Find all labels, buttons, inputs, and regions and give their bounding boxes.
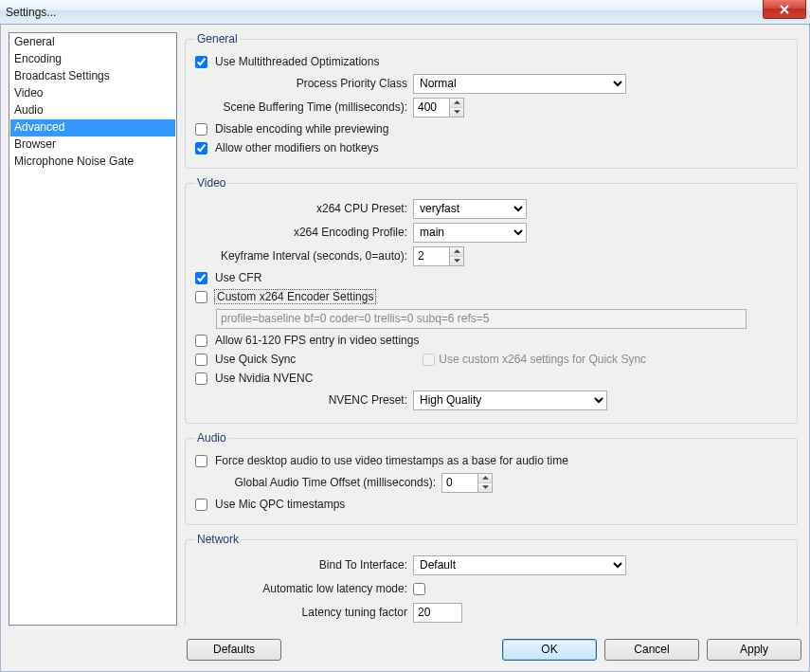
qpc-checkbox[interactable] xyxy=(195,499,207,511)
qsv-custom-checkbox xyxy=(423,354,435,366)
qpc-label[interactable]: Use Mic QPC timestamps xyxy=(215,498,345,511)
buffer-spin-up[interactable] xyxy=(450,99,463,108)
nvenc-checkbox[interactable] xyxy=(195,372,207,385)
offset-spin-up[interactable] xyxy=(478,474,492,483)
custom-x264-checkbox[interactable] xyxy=(195,291,207,303)
custom-x264-input xyxy=(216,309,747,329)
svg-marker-3 xyxy=(454,259,460,263)
group-network: Network Bind To Interface: Default Autom… xyxy=(185,533,798,626)
bind-label: Bind To Interface: xyxy=(195,558,413,572)
sidebar-item-encoding[interactable]: Encoding xyxy=(10,51,175,68)
svg-marker-2 xyxy=(454,249,460,253)
ok-button[interactable]: OK xyxy=(502,639,597,661)
cfr-checkbox[interactable] xyxy=(195,272,207,284)
lowlat-label: Automatic low latency mode: xyxy=(195,582,413,595)
window-title: Settings... xyxy=(6,6,56,19)
buffer-spin-down[interactable] xyxy=(450,108,463,117)
buffer-spinner[interactable] xyxy=(413,98,464,118)
svg-marker-4 xyxy=(482,476,489,480)
keyframe-spin-down[interactable] xyxy=(450,257,463,265)
keyframe-spinner[interactable] xyxy=(413,246,464,266)
sidebar-item-browser[interactable]: Browser xyxy=(10,136,175,154)
group-audio-legend: Audio xyxy=(195,431,228,445)
settings-pane: General Use Multithreaded Optimizations … xyxy=(185,32,801,626)
group-video: Video x264 CPU Preset: veryfast x264 Enc… xyxy=(185,176,798,424)
qsv-checkbox[interactable] xyxy=(195,354,207,366)
tuning-input[interactable] xyxy=(413,603,462,623)
keyframe-label: Keyframe Interval (seconds, 0=auto): xyxy=(195,249,413,263)
buffer-label: Scene Buffering Time (milliseconds): xyxy=(195,100,413,114)
priority-select[interactable]: Normal xyxy=(413,74,626,94)
profile-label: x264 Encoding Profile: xyxy=(195,226,413,239)
group-video-legend: Video xyxy=(195,176,227,190)
allow-modifiers-checkbox[interactable] xyxy=(195,142,207,154)
allow-modifiers-label[interactable]: Allow other modifiers on hotkeys xyxy=(215,141,379,154)
dialog-buttons: Defaults OK Cancel Apply xyxy=(9,635,801,663)
keyframe-spin-up[interactable] xyxy=(450,247,463,257)
multithread-label[interactable]: Use Multithreaded Optimizations xyxy=(215,55,379,68)
titlebar: Settings... xyxy=(0,0,810,25)
settings-category-list[interactable]: General Encoding Broadcast Settings Vide… xyxy=(9,32,177,626)
force-ts-label[interactable]: Force desktop audio to use video timesta… xyxy=(215,454,568,467)
cfr-label[interactable]: Use CFR xyxy=(215,271,261,284)
close-button[interactable] xyxy=(763,0,806,19)
priority-label: Process Priority Class xyxy=(195,77,413,90)
custom-x264-label[interactable]: Custom x264 Encoder Settings xyxy=(215,290,375,303)
bind-select[interactable]: Default xyxy=(413,555,626,575)
keyframe-input[interactable] xyxy=(413,246,449,266)
defaults-button[interactable]: Defaults xyxy=(187,639,281,661)
sidebar-item-micnoisegate[interactable]: Microphone Noise Gate xyxy=(10,154,175,171)
lowlat-checkbox[interactable] xyxy=(413,583,425,595)
disable-preview-checkbox[interactable] xyxy=(195,123,207,136)
qsv-custom-label: Use custom x264 settings for Quick Sync xyxy=(439,353,646,366)
sidebar-item-general[interactable]: General xyxy=(10,34,175,51)
cpu-preset-label: x264 CPU Preset: xyxy=(195,202,413,215)
force-ts-checkbox[interactable] xyxy=(195,455,207,467)
svg-marker-1 xyxy=(454,110,460,114)
profile-select[interactable]: main xyxy=(413,223,527,243)
sidebar-item-advanced[interactable]: Advanced xyxy=(10,119,175,136)
disable-preview-label[interactable]: Disable encoding while previewing xyxy=(215,122,388,136)
tuning-label: Latency tuning factor xyxy=(195,606,413,619)
nvenc-preset-label: NVENC Preset: xyxy=(195,393,413,407)
allow120-checkbox[interactable] xyxy=(195,335,207,347)
close-icon xyxy=(780,5,789,14)
cancel-button[interactable]: Cancel xyxy=(604,639,699,661)
group-network-legend: Network xyxy=(195,533,241,546)
offset-label: Global Audio Time Offset (milliseconds): xyxy=(195,476,441,489)
cpu-preset-select[interactable]: veryfast xyxy=(413,199,527,219)
sidebar-item-video[interactable]: Video xyxy=(10,85,175,102)
group-general: General Use Multithreaded Optimizations … xyxy=(185,32,798,169)
nvenc-preset-select[interactable]: High Quality xyxy=(413,390,607,410)
group-general-legend: General xyxy=(195,32,240,45)
qsv-label[interactable]: Use Quick Sync xyxy=(215,353,296,366)
allow120-label[interactable]: Allow 61-120 FPS entry in video settings xyxy=(215,334,419,347)
group-audio: Audio Force desktop audio to use video t… xyxy=(185,431,798,525)
svg-marker-5 xyxy=(482,485,489,489)
offset-input[interactable] xyxy=(441,473,477,493)
buffer-input[interactable] xyxy=(413,98,449,118)
apply-button[interactable]: Apply xyxy=(707,639,801,661)
offset-spinner[interactable] xyxy=(441,473,493,493)
svg-marker-0 xyxy=(454,100,460,104)
nvenc-label[interactable]: Use Nvidia NVENC xyxy=(215,372,313,385)
multithread-checkbox[interactable] xyxy=(195,56,207,68)
sidebar-item-broadcast[interactable]: Broadcast Settings xyxy=(10,68,175,85)
sidebar-item-audio[interactable]: Audio xyxy=(10,102,175,119)
offset-spin-down[interactable] xyxy=(478,483,492,492)
